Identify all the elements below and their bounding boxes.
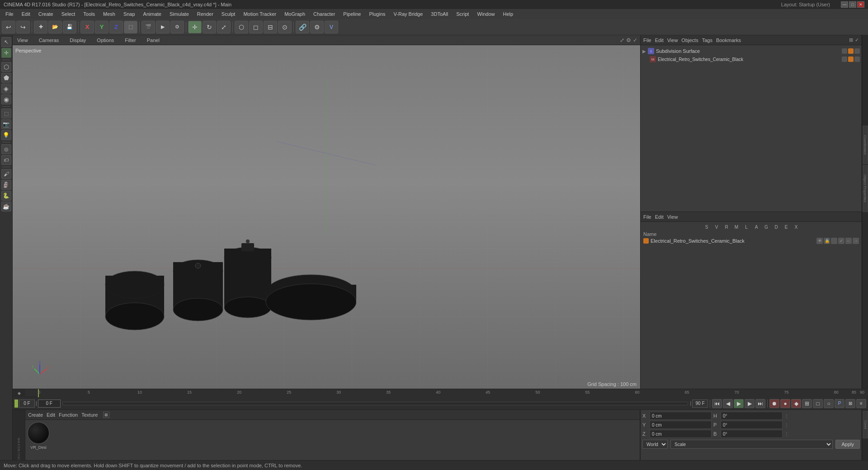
play-prev-frame-button[interactable]: ◀ [723, 399, 733, 408]
select-all-button[interactable]: ⬚ [124, 21, 137, 33]
attr-ctrl-lock[interactable]: 🔒 [824, 238, 830, 244]
point-mode-button[interactable]: ⊙ [278, 21, 292, 33]
frame-current-input[interactable] [38, 400, 61, 408]
menu-window[interactable]: Window [473, 10, 498, 18]
attr-menu-file[interactable]: File [643, 214, 651, 220]
menu-file[interactable]: File [2, 10, 17, 18]
attr-ctrl-arrow-1[interactable]: ← [845, 238, 852, 244]
lt-camera[interactable]: 📷 [1, 119, 11, 129]
vp-menu-options[interactable]: Options [95, 37, 116, 44]
vp-menu-filter[interactable]: Filter [123, 37, 137, 44]
lt-nurbs[interactable]: ◈ [1, 84, 11, 94]
vp-menu-display[interactable]: Display [68, 37, 88, 44]
menu-plugins[interactable]: Plugins [365, 10, 389, 18]
open-button[interactable]: 📂 [48, 21, 62, 33]
vp-icon-settings[interactable]: ⚙ [626, 37, 631, 43]
side-tab-bottom-1[interactable]: Coord [863, 411, 868, 438]
mat-menu-edit[interactable]: Edit [47, 412, 55, 418]
coord-scale-select[interactable]: Scale [670, 440, 833, 449]
coord-p-input[interactable] [721, 421, 783, 429]
menu-render[interactable]: Render [193, 10, 217, 18]
lt-scene[interactable]: ⬚ [1, 108, 11, 118]
select-y-button[interactable]: Y [95, 21, 108, 33]
timeline-settings-6[interactable]: ≡ [856, 399, 866, 408]
coord-x-pos-input[interactable] [650, 412, 712, 420]
mat-menu-texture[interactable]: Texture [81, 412, 98, 418]
settings-button[interactable]: ⚙ [310, 21, 324, 33]
lt-spline[interactable]: ⬟ [1, 73, 11, 83]
attr-obj-row[interactable]: Electrical_Retro_Switches_Ceramic_Black … [643, 238, 859, 244]
select-x-button[interactable]: X [80, 21, 94, 33]
vp-icon-check[interactable]: ✓ [633, 37, 637, 43]
undo-button[interactable]: ↩ [2, 21, 15, 33]
lt-brush[interactable]: 🖌 [1, 169, 11, 179]
menu-character[interactable]: Character [310, 10, 339, 18]
tl-frame-slider[interactable] [62, 402, 689, 405]
timeline-settings-2[interactable]: □ [813, 399, 823, 408]
vp-menu-panel[interactable]: Panel [145, 37, 161, 44]
menu-mograph[interactable]: MoGraph [281, 10, 309, 18]
subdiv-expand-icon[interactable]: ▶ [642, 49, 646, 54]
menu-motion-tracker[interactable]: Motion Tracker [240, 10, 280, 18]
menu-sculpt[interactable]: Sculpt [218, 10, 239, 18]
timeline-ruler-bar[interactable]: 0 5 10 15 20 25 30 35 40 45 50 55 60 65 … [38, 389, 867, 397]
subdiv-ctrl-2[interactable] [854, 48, 860, 54]
play-goto-end-button[interactable]: ⏭ [755, 399, 765, 408]
obj-menu-file[interactable]: File [643, 38, 651, 43]
attr-ctrl-eye[interactable]: 👁 [816, 238, 823, 244]
play-next-frame-button[interactable]: ▶ [745, 399, 755, 408]
vp-menu-cameras[interactable]: Cameras [37, 37, 61, 44]
menu-create[interactable]: Create [35, 10, 57, 18]
obj-menu-edit[interactable]: Edit [655, 38, 664, 43]
coord-x-expand[interactable]: ⋮ [784, 414, 789, 418]
lt-python[interactable]: 🐍 [1, 191, 11, 201]
edge-mode-button[interactable]: ⊟ [264, 21, 277, 33]
timeline-settings-3[interactable]: ○ [824, 399, 834, 408]
vp-icon-expand[interactable]: ⤢ [620, 37, 624, 43]
material-item-vr-desi[interactable]: VR_Desi [27, 422, 50, 450]
apply-button[interactable]: Apply [835, 440, 860, 449]
menu-script[interactable]: Script [453, 10, 472, 18]
mesh-color[interactable] [848, 56, 854, 62]
obj-icon-1[interactable]: ⊞ [849, 37, 853, 43]
polygon-mode-button[interactable]: ◻ [249, 21, 263, 33]
attr-ctrl-dot[interactable] [831, 238, 837, 244]
menu-mesh[interactable]: Mesh [99, 10, 119, 18]
obj-icon-2[interactable]: ✓ [855, 37, 859, 43]
menu-select[interactable]: Select [58, 10, 79, 18]
attr-ctrl-check[interactable]: ✓ [838, 238, 844, 244]
lt-material[interactable]: ◎ [1, 144, 11, 154]
lt-sculpt[interactable]: 🗿 [1, 180, 11, 190]
obj-menu-tags[interactable]: Tags [702, 38, 712, 43]
render-view-button[interactable]: ▶ [156, 21, 170, 33]
new-button[interactable]: ✚ [34, 21, 47, 33]
timeline-settings-5[interactable]: ⊠ [845, 399, 855, 408]
attr-menu-edit[interactable]: Edit [655, 214, 664, 220]
attr-ctrl-arrow-2[interactable]: → [853, 238, 859, 244]
menu-edit[interactable]: Edit [18, 10, 34, 18]
render-settings-button[interactable]: ⚙ [170, 21, 184, 33]
object-mode-button[interactable]: ⬡ [235, 21, 248, 33]
keyframe-button[interactable]: ◆ [791, 399, 801, 408]
rotate-tool-button[interactable]: ↻ [203, 21, 216, 33]
frame-end-input[interactable] [692, 400, 708, 408]
menu-vray-bridge[interactable]: V-Ray Bridge [390, 10, 427, 18]
save-button[interactable]: 💾 [63, 21, 76, 33]
vp-menu-view[interactable]: View [15, 37, 30, 44]
menu-animate[interactable]: Animate [140, 10, 165, 18]
render-region-button[interactable]: 🎬 [142, 21, 155, 33]
obj-menu-view[interactable]: View [667, 38, 678, 43]
mesh-ctrl-1[interactable] [842, 56, 847, 62]
menu-3dtoall[interactable]: 3DToAll [427, 10, 452, 18]
subdiv-color[interactable] [848, 48, 854, 54]
play-button[interactable]: ▶ [734, 399, 744, 408]
coord-y-expand[interactable]: ⋮ [784, 423, 789, 428]
menu-simulate[interactable]: Simulate [166, 10, 193, 18]
obj-menu-bookmarks[interactable]: Bookmarks [716, 38, 741, 43]
menu-pipeline[interactable]: Pipeline [340, 10, 364, 18]
close-button[interactable]: ✕ [857, 1, 864, 8]
coord-y-pos-input[interactable] [650, 421, 712, 429]
coord-space-select[interactable]: World Local [642, 440, 668, 449]
select-z-button[interactable]: Z [109, 21, 123, 33]
scale-tool-button[interactable]: ⤢ [217, 21, 231, 33]
